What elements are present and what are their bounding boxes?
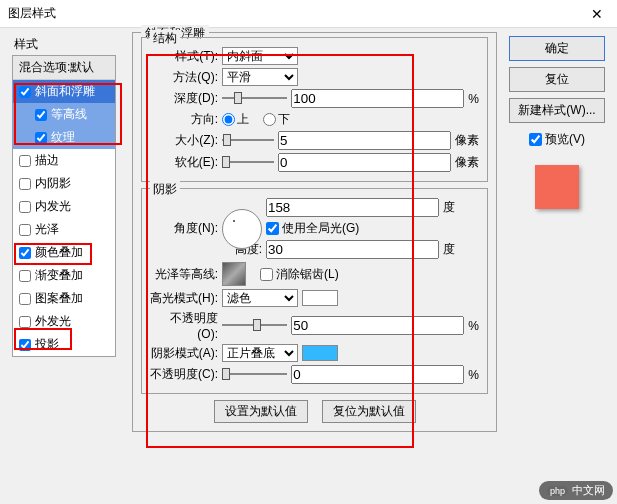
- shadow-opacity-input[interactable]: [291, 365, 464, 384]
- style-satin-checkbox[interactable]: [19, 224, 31, 236]
- structure-fieldset: 结构 样式(T): 内斜面 方法(Q): 平滑 深度(D): % 方向:: [141, 37, 488, 182]
- preview-thumbnail: [528, 158, 586, 216]
- style-stroke[interactable]: 描边: [13, 149, 115, 172]
- style-texture[interactable]: 纹理: [13, 126, 115, 149]
- size-unit: 像素: [455, 132, 479, 149]
- size-input[interactable]: [278, 131, 451, 150]
- style-label: 样式(T):: [150, 48, 218, 65]
- highlight-opacity-label: 不透明度(O):: [150, 310, 218, 341]
- style-bevel-emboss[interactable]: 斜面和浮雕: [13, 80, 115, 103]
- shading-legend: 阴影: [150, 181, 180, 198]
- new-style-button[interactable]: 新建样式(W)...: [509, 98, 605, 123]
- direction-label: 方向:: [150, 111, 218, 128]
- depth-unit: %: [468, 92, 479, 106]
- method-label: 方法(Q):: [150, 69, 218, 86]
- shadow-color-swatch[interactable]: [302, 345, 338, 361]
- ok-button[interactable]: 确定: [509, 36, 605, 61]
- highlight-opacity-slider[interactable]: [222, 319, 287, 333]
- styles-panel: 混合选项:默认 斜面和浮雕 等高线 纹理 描边 内阴影 内发光 光泽 颜色叠加 …: [12, 55, 116, 357]
- angle-wheel[interactable]: [222, 209, 262, 249]
- structure-legend: 结构: [150, 30, 180, 47]
- blending-options-default[interactable]: 混合选项:默认: [13, 56, 115, 80]
- watermark: php 中文网: [539, 481, 613, 500]
- depth-label: 深度(D):: [150, 90, 218, 107]
- close-icon[interactable]: ✕: [585, 6, 609, 22]
- shadow-opacity-label: 不透明度(C):: [150, 366, 218, 383]
- depth-slider[interactable]: [222, 92, 287, 106]
- shadow-mode-select[interactable]: 正片叠底: [222, 344, 298, 362]
- soften-slider[interactable]: [222, 156, 274, 170]
- reset-default-button[interactable]: 复位为默认值: [322, 400, 416, 423]
- style-drop-shadow-checkbox[interactable]: [19, 339, 31, 351]
- gloss-contour-picker[interactable]: [222, 262, 246, 286]
- content: 样式 混合选项:默认 斜面和浮雕 等高线 纹理 描边 内阴影 内发光 光泽 颜色…: [0, 28, 617, 504]
- style-outer-glow-checkbox[interactable]: [19, 316, 31, 328]
- style-outer-glow[interactable]: 外发光: [13, 310, 115, 333]
- style-texture-checkbox[interactable]: [35, 132, 47, 144]
- style-satin[interactable]: 光泽: [13, 218, 115, 241]
- style-gradient-overlay-checkbox[interactable]: [19, 270, 31, 282]
- php-badge-icon: php: [547, 486, 568, 496]
- style-contour-checkbox[interactable]: [35, 109, 47, 121]
- depth-input[interactable]: [291, 89, 464, 108]
- preview-texture-icon: [535, 165, 579, 209]
- soften-input[interactable]: [278, 153, 451, 172]
- size-slider[interactable]: [222, 134, 274, 148]
- style-inner-shadow-checkbox[interactable]: [19, 178, 31, 190]
- preview-checkbox[interactable]: 预览(V): [509, 131, 605, 148]
- style-pattern-overlay[interactable]: 图案叠加: [13, 287, 115, 310]
- shadow-opacity-slider[interactable]: [222, 368, 287, 382]
- style-inner-glow-checkbox[interactable]: [19, 201, 31, 213]
- global-light-checkbox[interactable]: 使用全局光(G): [266, 220, 455, 237]
- style-pattern-overlay-checkbox[interactable]: [19, 293, 31, 305]
- angle-input[interactable]: [266, 198, 439, 217]
- watermark-text: 中文网: [572, 483, 605, 498]
- altitude-input[interactable]: [266, 240, 439, 259]
- style-drop-shadow[interactable]: 投影: [13, 333, 115, 356]
- bevel-fieldset: 斜面和浮雕 结构 样式(T): 内斜面 方法(Q): 平滑 深度(D): %: [132, 32, 497, 432]
- style-stroke-checkbox[interactable]: [19, 155, 31, 167]
- direction-down[interactable]: 下: [263, 111, 290, 128]
- styles-column: 样式 混合选项:默认 斜面和浮雕 等高线 纹理 描边 内阴影 内发光 光泽 颜色…: [0, 28, 124, 504]
- style-color-overlay-checkbox[interactable]: [19, 247, 31, 259]
- soften-label: 软化(E):: [150, 154, 218, 171]
- styles-label: 样式: [14, 36, 116, 53]
- settings-column: 斜面和浮雕 结构 样式(T): 内斜面 方法(Q): 平滑 深度(D): %: [124, 28, 505, 504]
- soften-unit: 像素: [455, 154, 479, 171]
- dialog-buttons-column: 确定 复位 新建样式(W)... 预览(V): [505, 28, 617, 504]
- style-bevel-checkbox[interactable]: [19, 86, 31, 98]
- style-inner-shadow[interactable]: 内阴影: [13, 172, 115, 195]
- highlight-opacity-input[interactable]: [291, 316, 464, 335]
- shading-fieldset: 阴影 角度(N): 度 使用全局光(G) 高度: 度: [141, 188, 488, 394]
- angle-label: 角度(N):: [150, 220, 218, 237]
- highlight-mode-label: 高光模式(H):: [150, 290, 218, 307]
- set-default-button[interactable]: 设置为默认值: [214, 400, 308, 423]
- style-color-overlay[interactable]: 颜色叠加: [13, 241, 115, 264]
- titlebar: 图层样式 ✕: [0, 0, 617, 28]
- style-contour[interactable]: 等高线: [13, 103, 115, 126]
- style-gradient-overlay[interactable]: 渐变叠加: [13, 264, 115, 287]
- method-select[interactable]: 平滑: [222, 68, 298, 86]
- shadow-mode-label: 阴影模式(A):: [150, 345, 218, 362]
- window-title: 图层样式: [8, 5, 56, 22]
- style-select[interactable]: 内斜面: [222, 47, 298, 65]
- size-label: 大小(Z):: [150, 132, 218, 149]
- antialiased-checkbox[interactable]: 消除锯齿(L): [260, 266, 339, 283]
- highlight-mode-select[interactable]: 滤色: [222, 289, 298, 307]
- gloss-contour-label: 光泽等高线:: [150, 266, 218, 283]
- highlight-color-swatch[interactable]: [302, 290, 338, 306]
- direction-up[interactable]: 上: [222, 111, 249, 128]
- style-inner-glow[interactable]: 内发光: [13, 195, 115, 218]
- reset-button[interactable]: 复位: [509, 67, 605, 92]
